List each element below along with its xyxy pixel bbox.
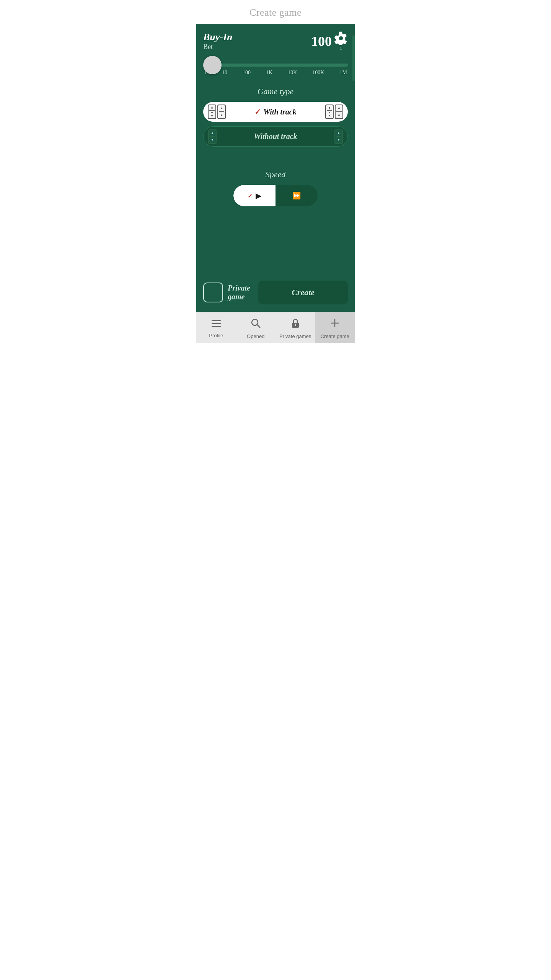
svg-rect-0 — [212, 320, 221, 321]
domino-dark-right-1 — [334, 129, 343, 144]
search-icon — [250, 318, 261, 331]
nav-create-game[interactable]: Create game — [315, 312, 355, 343]
speed-normal-check: ✓ — [248, 192, 253, 199]
speed-container: ✓ ▶ ⏩ — [203, 185, 348, 206]
buyin-value: 100 — [311, 33, 332, 49]
nav-private-games[interactable]: Private games — [276, 312, 315, 343]
private-game-label: Private game — [228, 284, 252, 301]
fast-forward-icon: ⏩ — [292, 191, 301, 200]
domino-right-1 — [325, 105, 334, 119]
svg-line-4 — [257, 325, 260, 328]
buyin-bet-label: Bet — [203, 43, 233, 51]
domino-right-2 — [335, 105, 343, 119]
speed-fast-option[interactable]: ⏩ — [276, 185, 318, 206]
without-track-button[interactable]: Without track — [203, 126, 348, 147]
without-track-right-icon — [334, 129, 343, 144]
with-track-check: ✓ — [254, 107, 261, 116]
without-track-left-icon — [208, 129, 217, 144]
profile-icon — [211, 319, 222, 330]
nav-opened-label: Opened — [247, 333, 264, 339]
slider-label-1m: 1M — [339, 70, 347, 76]
speed-toggle: ✓ ▶ ⏩ — [233, 185, 318, 206]
speed-normal-option[interactable]: ✓ ▶ — [233, 185, 276, 206]
slider-label-1k: 1K — [266, 70, 272, 76]
nav-profile[interactable]: Profile — [196, 312, 236, 343]
buyin-sub-value: 1 — [340, 45, 342, 51]
private-game-container: Private game — [203, 283, 252, 302]
without-track-label: Without track — [254, 132, 297, 141]
with-track-button[interactable]: ✓ With track — [203, 102, 348, 122]
speed-title: Speed — [203, 170, 348, 180]
domino-left-1 — [208, 105, 216, 119]
create-button[interactable]: Create — [258, 281, 348, 304]
play-icon: ▶ — [256, 191, 261, 200]
gear-container[interactable]: 1 — [334, 31, 348, 51]
page-title: Create game — [249, 7, 302, 18]
buyin-right: 100 1 — [311, 31, 348, 51]
domino-dark-left-1 — [208, 129, 217, 144]
slider-labels: 1 10 100 1K 10K 100K 1M — [203, 70, 348, 76]
with-track-left-icon — [208, 105, 226, 119]
lock-icon — [291, 318, 300, 331]
domino-left-2 — [217, 105, 226, 119]
nav-profile-label: Profile — [209, 333, 223, 338]
page-header: Create game — [196, 0, 355, 24]
svg-point-3 — [252, 319, 258, 325]
with-track-right-icon — [325, 105, 343, 119]
plus-icon — [329, 318, 340, 331]
bottom-controls: Private game Create — [203, 269, 348, 304]
slider-label-10: 10 — [222, 70, 227, 76]
bottom-nav: Profile Opened Private games Cre — [196, 312, 355, 343]
svg-point-6 — [295, 324, 296, 326]
svg-rect-1 — [212, 323, 221, 324]
nav-private-games-label: Private games — [279, 333, 311, 339]
private-game-checkbox[interactable] — [203, 283, 223, 302]
scrollbar — [352, 35, 355, 81]
with-track-label: With track — [263, 108, 297, 116]
slider-label-100: 100 — [243, 70, 251, 76]
buyin-left: Buy-In Bet — [203, 31, 233, 51]
slider-label-10k: 10K — [288, 70, 297, 76]
slider-label-100k: 100K — [312, 70, 324, 76]
bet-slider[interactable]: 1 10 100 1K 10K 100K 1M — [203, 58, 348, 76]
gear-icon[interactable] — [334, 31, 348, 45]
main-content: Buy-In Bet 100 1 1 10 100 1K 10K 100K 1M — [196, 24, 355, 312]
slider-thumb[interactable] — [203, 56, 222, 74]
slider-track — [203, 64, 348, 67]
nav-create-game-label: Create game — [321, 333, 349, 339]
svg-rect-2 — [212, 326, 221, 327]
buyin-section: Buy-In Bet 100 1 — [203, 31, 348, 51]
game-type-title: Game type — [203, 87, 348, 96]
nav-opened[interactable]: Opened — [236, 312, 276, 343]
buyin-title: Buy-In — [203, 31, 233, 43]
